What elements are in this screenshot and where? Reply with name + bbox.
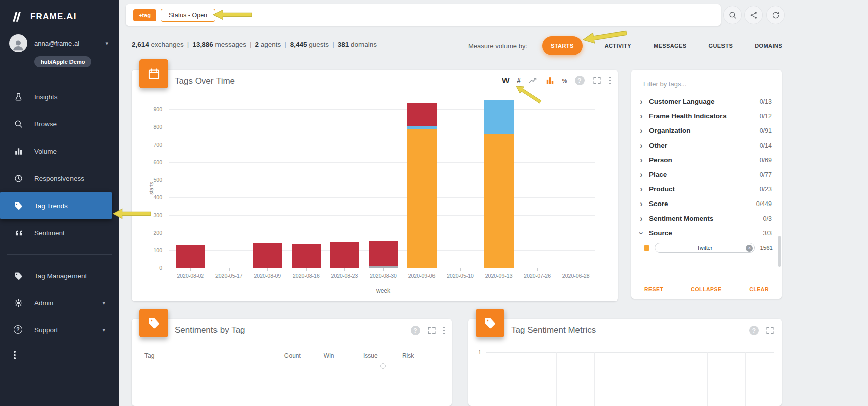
stat-value: 13,886 xyxy=(192,41,213,48)
metrics-plot xyxy=(486,346,774,406)
bar-2020-09-13[interactable] xyxy=(484,100,514,268)
tag-group-organization[interactable]: ›Organization0/91 xyxy=(631,123,782,138)
y-tick-label: 800 xyxy=(153,124,162,130)
measure-volume-row: Measure volume by: STARTSACTIVITYMESSAGE… xyxy=(468,35,782,57)
y-axis-ticks: 0100200300400500600700800900 xyxy=(142,99,167,268)
x-tick-label: 2020-05-17 xyxy=(210,273,249,279)
bar-2020-09-06[interactable] xyxy=(407,103,437,268)
measure-starts-button[interactable]: STARTS xyxy=(542,36,583,55)
bar-segment-blue xyxy=(484,100,514,134)
bar-chart-toggle-icon[interactable] xyxy=(545,76,555,85)
tag-group-label: Product xyxy=(649,185,755,193)
measure-domains-button[interactable]: DOMAINS xyxy=(755,43,782,49)
sidebar-item-admin[interactable]: Admin▾ xyxy=(0,289,119,316)
filter-tags-input[interactable] xyxy=(642,77,771,91)
bar-2020-08-16[interactable] xyxy=(292,244,321,268)
filter-chip-status-open[interactable]: Status - Open xyxy=(161,9,215,22)
stats-row: 2,614 exchanges|13,886 messages|2 agents… xyxy=(132,41,377,48)
tag-group-person[interactable]: ›Person0/69 xyxy=(631,153,782,167)
collapse-button[interactable]: COLLAPSE xyxy=(691,286,721,292)
stat-label: exchanges xyxy=(149,41,184,48)
percent-toggle[interactable]: % xyxy=(562,78,567,84)
search-button[interactable] xyxy=(723,6,742,24)
tag-group-sentiment-moments[interactable]: ›Sentiment Moments0/3 xyxy=(631,211,782,226)
share-button[interactable] xyxy=(744,6,763,24)
count-toggle[interactable]: # xyxy=(517,77,520,84)
sidebar-item-support[interactable]: ?Support▾ xyxy=(0,316,119,344)
line-chart-toggle-icon[interactable] xyxy=(528,76,538,85)
sidebar-item-volume[interactable]: Volume xyxy=(0,138,119,165)
help-icon[interactable]: ? xyxy=(749,326,759,335)
bar-2020-08-30[interactable] xyxy=(369,241,398,268)
column-header-issue: Issue xyxy=(363,352,402,359)
chevron-right-icon: › xyxy=(638,128,644,134)
bar-2020-08-09[interactable] xyxy=(253,243,282,268)
stat-separator: | xyxy=(250,41,252,48)
stat-item: 381 domains xyxy=(338,41,377,48)
sidebar-item-responsiveness[interactable]: Responsiveness xyxy=(0,165,119,192)
tag-group-product[interactable]: ›Product0/23 xyxy=(631,182,782,196)
expand-icon[interactable] xyxy=(427,326,437,335)
scrollbar[interactable] xyxy=(778,236,781,267)
share-icon xyxy=(749,11,758,20)
tag-count: 1561 xyxy=(760,245,773,251)
tag-chip-twitter[interactable]: Twitter× xyxy=(655,243,755,253)
help-icon[interactable]: ? xyxy=(411,326,420,335)
bar-segment-red xyxy=(176,245,205,268)
tag-chip-label: Twitter xyxy=(697,245,712,251)
measure-messages-button[interactable]: MESSAGES xyxy=(654,43,687,49)
gridline xyxy=(670,352,670,406)
reset-button[interactable]: RESET xyxy=(644,286,664,292)
app-logo[interactable]: FRAME.AI xyxy=(0,0,119,30)
tag-group-source[interactable]: ›Source3/3 xyxy=(631,226,782,240)
help-icon[interactable]: ? xyxy=(575,76,585,85)
expand-icon[interactable] xyxy=(592,76,602,85)
calendar-icon xyxy=(147,67,161,81)
sidebar-item-tag-trends[interactable]: Tag Trends xyxy=(0,192,112,219)
chevron-right-icon: › xyxy=(638,157,644,163)
y-tick-label: 100 xyxy=(153,247,162,253)
refresh-button[interactable] xyxy=(766,6,785,24)
tag-group-count: 0/69 xyxy=(760,157,772,164)
tag-badge xyxy=(476,309,504,337)
tag-group-frame-health-indicators[interactable]: ›Frame Health Indicators0/12 xyxy=(631,109,782,123)
kebab-menu-icon[interactable] xyxy=(609,77,611,85)
bar-2020-08-23[interactable] xyxy=(330,242,359,268)
tag-group-score[interactable]: ›Score0/449 xyxy=(631,196,782,211)
refresh-icon xyxy=(771,11,780,20)
sidebar: FRAME.AI anna@frame.ai ▾ hub/Apple Demo … xyxy=(0,0,119,406)
sidebar-item-tag-management[interactable]: Tag Management xyxy=(0,262,119,289)
column-header-win: Win xyxy=(324,352,363,359)
tag-group-customer-language[interactable]: ›Customer Language0/13 xyxy=(631,94,782,109)
sidebar-item-insights[interactable]: Insights xyxy=(0,83,119,110)
bar-segment-gray xyxy=(369,266,398,268)
y-tick-label: 700 xyxy=(153,142,162,148)
sidebar-item-sentiment[interactable]: Sentiment xyxy=(0,219,119,246)
add-tag-button[interactable]: +tag xyxy=(133,9,156,21)
tag-group-other[interactable]: ›Other0/14 xyxy=(631,138,782,153)
workspace-badge[interactable]: hub/Apple Demo xyxy=(34,56,91,67)
sentiments-by-tag-card: Sentiments by Tag ? TagCountWinIssueRisk xyxy=(132,319,452,406)
remove-tag-icon[interactable]: × xyxy=(746,245,753,252)
sidebar-item-browse[interactable]: Browse xyxy=(0,110,119,138)
tags-over-time-card: Tags Over Time W # % ? starts 0100200300… xyxy=(132,70,618,301)
kebab-menu-icon[interactable] xyxy=(443,327,445,335)
card-title-tag-sentiment-metrics: Tag Sentiment Metrics xyxy=(511,325,596,335)
measure-activity-button[interactable]: ACTIVITY xyxy=(605,43,631,49)
sidebar-item-label: Insights xyxy=(34,93,119,101)
sidebar-item-label: Volume xyxy=(34,148,119,155)
weekly-toggle[interactable]: W xyxy=(502,76,509,85)
gridline xyxy=(594,352,595,406)
y-tick-label: 300 xyxy=(153,212,162,218)
tag-group-label: Sentiment Moments xyxy=(649,215,759,222)
help-icon: ? xyxy=(14,325,23,335)
expand-icon[interactable] xyxy=(765,326,775,335)
x-tick-mark xyxy=(383,268,384,271)
measure-guests-button[interactable]: GUESTS xyxy=(709,43,733,49)
bar-2020-08-02[interactable] xyxy=(176,245,205,268)
tag-group-place[interactable]: ›Place0/77 xyxy=(631,167,782,182)
more-menu-icon[interactable] xyxy=(14,351,16,359)
tag-group-count: 0/449 xyxy=(756,200,772,208)
clear-button[interactable]: CLEAR xyxy=(749,286,769,292)
user-menu[interactable]: anna@frame.ai ▾ xyxy=(0,30,119,54)
